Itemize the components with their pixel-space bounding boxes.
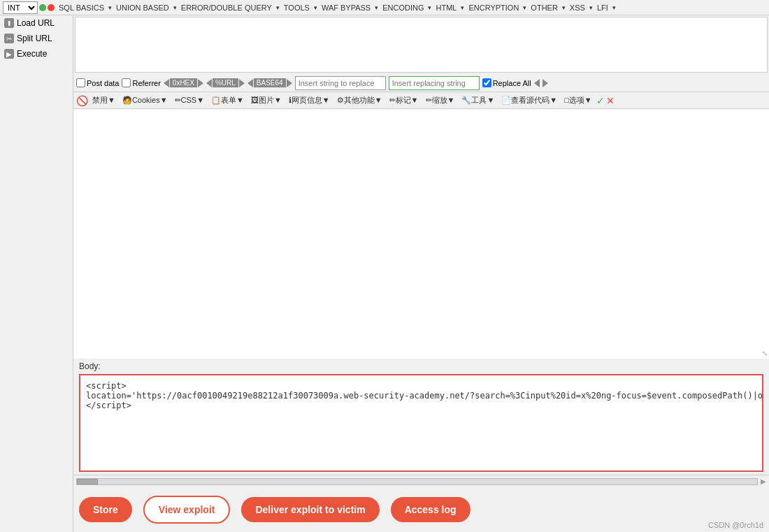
cn-toolbar: 🚫 禁用▼ 🧑Cookies▼ ✏CSS▼ 📋表单▼ 🖼图片▼ ℹ网页信息▼ ⚙… — [73, 92, 769, 109]
menu-encoding-arrow: ▾ — [428, 4, 431, 11]
menu-xss-arrow: ▾ — [589, 4, 593, 11]
access-log-button[interactable]: Access log — [391, 497, 470, 522]
base64-label: BASE64 — [254, 78, 286, 87]
menu-bar: INT SQL BASICS▾ UNION BASED▾ ERROR/DOUBL… — [0, 0, 769, 15]
content-area[interactable]: ⤡ — [73, 109, 769, 359]
replace-left-arrow-icon — [534, 79, 540, 87]
sidebar-execute[interactable]: ▶ Execute — [0, 46, 73, 62]
menu-waf-bypass-arrow: ▾ — [375, 4, 378, 11]
cn-btn-disable[interactable]: 禁用▼ — [89, 94, 118, 106]
cn-btn-tools[interactable]: 🔧工具▼ — [459, 94, 497, 106]
execute-label: Execute — [17, 49, 47, 59]
menu-lfi[interactable]: LFI — [594, 3, 611, 13]
replace-right-arrow-icon — [542, 79, 548, 87]
cn-btn-form[interactable]: 📋表单▼ — [208, 94, 247, 106]
replace-all-label[interactable]: Replace All — [482, 78, 531, 87]
execute-icon: ▶ — [4, 49, 14, 59]
body-section: Body: <script> location='https://0acf001… — [73, 359, 769, 475]
post-data-checkbox[interactable] — [76, 78, 85, 87]
cn-btn-info[interactable]: ℹ网页信息▼ — [286, 94, 333, 106]
menu-html[interactable]: HTML — [433, 3, 459, 13]
load-url-icon: ⬆ — [4, 18, 14, 28]
scroll-end-marker: ▶ — [761, 477, 766, 485]
menu-union-based[interactable]: UNION BASED — [113, 3, 172, 13]
base64-arrow-right — [287, 79, 292, 87]
toolbar-row: Post data Referrer 0xHEX %URL BASE64 — [73, 74, 769, 92]
scroll-area[interactable]: ▶ — [73, 475, 769, 487]
scroll-track[interactable] — [76, 478, 758, 485]
post-data-checkbox-label[interactable]: Post data — [76, 78, 119, 87]
sidebar-split-url[interactable]: ✂ Split URL — [0, 31, 73, 46]
type-selector[interactable]: INT — [3, 1, 38, 14]
cn-btn-other[interactable]: ⚙其他功能▼ — [334, 94, 385, 106]
url-encode-label: %URL — [213, 78, 238, 87]
menu-encoding[interactable]: ENCODING — [380, 3, 426, 13]
post-data-label: Post data — [87, 79, 119, 87]
hex-arrow-right — [198, 79, 203, 87]
referrer-checkbox[interactable] — [122, 78, 131, 87]
body-label: Body: — [73, 359, 769, 374]
menu-encryption[interactable]: ENCRYPTION — [466, 3, 522, 13]
sidebar-load-url[interactable]: ⬆ Load URL — [0, 15, 73, 31]
store-button[interactable]: Store — [79, 497, 132, 522]
replace-arrow-right-btn[interactable] — [542, 79, 548, 87]
scroll-thumb[interactable] — [77, 479, 98, 484]
base64-btn[interactable]: BASE64 — [247, 78, 292, 87]
resize-handle[interactable]: ⤡ — [762, 350, 768, 357]
split-url-label: Split URL — [17, 34, 52, 43]
hex-label: 0xHEX — [170, 78, 197, 87]
replace-all-checkbox[interactable] — [482, 78, 491, 87]
load-url-label: Load URL — [17, 18, 55, 28]
menu-sql-basics[interactable]: SQL BASICS — [56, 3, 107, 13]
cn-btn-source[interactable]: 📄查看源代码▼ — [498, 94, 560, 106]
referrer-checkbox-label[interactable]: Referrer — [122, 78, 160, 87]
referrer-label: Referrer — [132, 79, 160, 87]
body-editor[interactable]: <script> location='https://0acf001004921… — [79, 374, 763, 472]
check-icon: ✓ — [596, 95, 605, 106]
url-input[interactable] — [76, 17, 767, 72]
cn-btn-image[interactable]: 🖼图片▼ — [248, 94, 285, 106]
disable-icon[interactable]: 🚫 — [76, 95, 88, 106]
cn-btn-mark[interactable]: ✏标记▼ — [387, 94, 422, 106]
menu-sql-basics-arrow: ▾ — [108, 4, 112, 11]
menu-html-arrow: ▾ — [461, 4, 464, 11]
cn-btn-options[interactable]: □选项▼ — [561, 94, 595, 106]
footer: CSDN @0rch1d — [708, 521, 763, 529]
x-icon: ✕ — [606, 95, 615, 106]
footer-credit: CSDN @0rch1d — [708, 521, 763, 529]
menu-error-double[interactable]: ERROR/DOUBLE QUERY — [178, 3, 275, 13]
replace-arrow-left-btn[interactable] — [534, 79, 540, 87]
main-content: Post data Referrer 0xHEX %URL BASE64 — [73, 15, 769, 532]
status-red-dot — [48, 4, 55, 11]
buttons-row: Store View exploit Deliver exploit to vi… — [73, 487, 769, 532]
url-arrow-left — [206, 79, 212, 87]
view-exploit-button[interactable]: View exploit — [143, 496, 231, 524]
url-btn[interactable]: %URL — [206, 78, 245, 87]
menu-other[interactable]: OTHER — [528, 3, 561, 13]
url-arrow-right — [239, 79, 245, 87]
sidebar: ⬆ Load URL ✂ Split URL ▶ Execute — [0, 15, 73, 532]
hex-arrow-left — [164, 79, 169, 87]
cn-btn-cookies[interactable]: 🧑Cookies▼ — [120, 95, 171, 106]
deliver-exploit-button[interactable]: Deliver exploit to victim — [241, 497, 379, 522]
menu-xss[interactable]: XSS — [567, 3, 588, 13]
split-url-icon: ✂ — [4, 34, 14, 43]
base64-arrow-left — [247, 79, 253, 87]
menu-tools[interactable]: TOOLS — [281, 3, 312, 13]
status-green-dot — [39, 4, 46, 11]
menu-error-double-arrow: ▾ — [276, 4, 280, 11]
hex-btn[interactable]: 0xHEX — [164, 78, 203, 87]
menu-other-arrow: ▾ — [562, 4, 566, 11]
menu-waf-bypass[interactable]: WAF BYPASS — [319, 3, 373, 13]
url-bar[interactable] — [75, 17, 768, 73]
insert-string-input[interactable] — [295, 76, 386, 90]
menu-encryption-arrow: ▾ — [523, 4, 526, 11]
menu-union-based-arrow: ▾ — [173, 4, 177, 11]
replace-all-text: Replace All — [493, 79, 531, 87]
menu-lfi-arrow: ▾ — [612, 4, 616, 11]
insert-replacing-input[interactable] — [389, 76, 480, 90]
menu-tools-arrow: ▾ — [314, 4, 317, 11]
cn-btn-zoom[interactable]: ✏缩放▼ — [423, 94, 458, 106]
cn-btn-css[interactable]: ✏CSS▼ — [172, 95, 208, 106]
